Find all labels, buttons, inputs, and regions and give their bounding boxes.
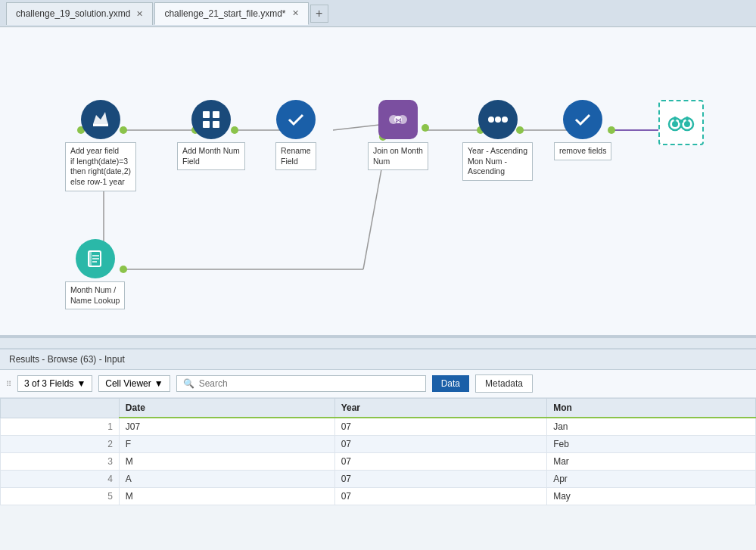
results-header-text: Results - Browse (63) - Input <box>9 354 125 365</box>
svg-rect-38 <box>686 117 689 121</box>
node-browse[interactable] <box>658 100 704 145</box>
horizontal-scrollbar[interactable] <box>0 337 756 348</box>
svg-point-40 <box>672 121 678 127</box>
cell-mon: May <box>547 488 756 505</box>
node-rename-label: RenameField <box>275 142 316 170</box>
node-sort-label: Year - AscendingMon Num -Ascending <box>462 142 533 181</box>
tab-challenge19-close[interactable]: ✕ <box>136 9 143 19</box>
svg-rect-25 <box>213 111 219 118</box>
svg-rect-27 <box>213 121 219 128</box>
node-formula2-icon <box>191 100 231 139</box>
cell-year: 07 <box>334 436 546 453</box>
data-table: Date Year Mon 1 J07 07 Jan 2 F 07 Feb 3 … <box>0 398 756 505</box>
col-header-record <box>1 399 120 418</box>
metadata-button-label: Metadata <box>485 378 523 389</box>
cell-date: M <box>119 453 334 471</box>
svg-marker-22 <box>93 112 108 124</box>
workflow-canvas: Add year fieldif length(date)=3then righ… <box>0 27 756 337</box>
col-header-date[interactable]: Date <box>119 399 334 418</box>
cell-date: J07 <box>119 418 334 436</box>
node-sort[interactable]: Year - AscendingMon Num -Ascending <box>462 100 533 181</box>
tab-bar: challenge_19_solution.yxmd ✕ challenge_2… <box>0 0 756 27</box>
fields-label: 3 of 3 Fields <box>24 378 73 389</box>
cell-date: A <box>119 471 334 488</box>
data-button-label: Data <box>441 378 460 389</box>
data-button[interactable]: Data <box>432 375 469 392</box>
results-header: Results - Browse (63) - Input <box>0 350 756 370</box>
tab-challenge19[interactable]: challenge_19_solution.yxmd ✕ <box>6 2 153 25</box>
svg-rect-37 <box>674 117 677 121</box>
tab-challenge21-close[interactable]: ✕ <box>292 8 299 18</box>
search-input[interactable] <box>199 378 419 389</box>
cell-record: 4 <box>1 471 120 488</box>
node-formula1-label: Add year fieldif length(date)=3then righ… <box>65 142 136 191</box>
table-row: 1 J07 07 Jan <box>1 418 756 436</box>
node-lookup-label: Month Num /Name Lookup <box>65 281 125 309</box>
col-header-year[interactable]: Year <box>334 399 546 418</box>
search-icon: 🔍 <box>183 378 194 389</box>
svg-point-33 <box>495 117 501 123</box>
node-formula1[interactable]: Add year fieldif length(date)=3then righ… <box>65 100 136 191</box>
table-row: 4 A 07 Apr <box>1 471 756 488</box>
cell-record: 1 <box>1 418 120 436</box>
table-row: 2 F 07 Feb <box>1 436 756 453</box>
viewer-dropdown-arrow-icon: ▼ <box>154 378 163 389</box>
node-remove-fields[interactable]: remove fields <box>554 100 611 160</box>
svg-point-41 <box>684 121 690 127</box>
table-header-row: Date Year Mon <box>1 399 756 418</box>
results-toolbar: ⠿ 3 of 3 Fields ▼ Cell Viewer ▼ 🔍 Data M… <box>0 370 756 398</box>
svg-rect-23 <box>93 124 108 126</box>
tab-challenge19-label: challenge_19_solution.yxmd <box>16 8 130 19</box>
col-header-mon[interactable]: Mon <box>547 399 756 418</box>
cell-mon: Feb <box>547 436 756 453</box>
node-join[interactable]: ⋈ Join on MonthNum <box>368 100 428 170</box>
table-body: 1 J07 07 Jan 2 F 07 Feb 3 M 07 Mar 4 A 0… <box>1 418 756 505</box>
tab-challenge21[interactable]: challenge_21_start_file.yxmd* ✕ <box>154 2 308 25</box>
cell-date: F <box>119 436 334 453</box>
cell-date: M <box>119 488 334 505</box>
node-formula2[interactable]: Add Month NumField <box>177 100 245 170</box>
node-rename-icon <box>276 100 316 139</box>
node-join-icon: ⋈ <box>378 100 418 139</box>
cell-year: 07 <box>334 418 546 436</box>
cell-record: 5 <box>1 488 120 505</box>
cell-year: 07 <box>334 453 546 471</box>
data-table-wrapper: Date Year Mon 1 J07 07 Jan 2 F 07 Feb 3 … <box>0 398 756 505</box>
cell-mon: Jan <box>547 418 756 436</box>
cell-mon: Apr <box>547 471 756 488</box>
svg-rect-43 <box>89 251 92 266</box>
node-lookup-icon <box>76 239 115 278</box>
table-row: 3 M 07 Mar <box>1 453 756 471</box>
node-lookup[interactable]: Month Num /Name Lookup <box>65 239 125 309</box>
node-formula1-icon <box>81 100 120 139</box>
node-browse-icon <box>658 100 704 145</box>
svg-rect-39 <box>679 120 683 123</box>
results-panel: Results - Browse (63) - Input ⠿ 3 of 3 F… <box>0 348 756 505</box>
search-container: 🔍 <box>176 375 426 392</box>
cell-viewer-dropdown[interactable]: Cell Viewer ▼ <box>98 375 170 392</box>
node-remove-fields-icon <box>563 100 602 139</box>
node-join-label: Join on MonthNum <box>368 142 428 170</box>
table-row: 5 M 07 May <box>1 488 756 505</box>
metadata-button[interactable]: Metadata <box>475 374 533 393</box>
fields-dropdown[interactable]: 3 of 3 Fields ▼ <box>17 375 92 392</box>
node-rename[interactable]: RenameField <box>275 100 316 170</box>
cell-mon: Mar <box>547 453 756 471</box>
node-remove-fields-label: remove fields <box>554 142 611 160</box>
svg-rect-24 <box>203 111 210 118</box>
cell-record: 3 <box>1 453 120 471</box>
tab-challenge21-label: challenge_21_start_file.yxmd* <box>164 8 285 19</box>
dropdown-arrow-icon: ▼ <box>76 378 86 389</box>
svg-point-32 <box>488 117 494 123</box>
svg-text:⋈: ⋈ <box>394 117 401 124</box>
svg-point-34 <box>502 117 508 123</box>
node-formula2-label: Add Month NumField <box>177 142 245 170</box>
cell-year: 07 <box>334 488 546 505</box>
svg-rect-26 <box>203 121 210 128</box>
viewer-label: Cell Viewer <box>105 378 151 389</box>
cell-record: 2 <box>1 436 120 453</box>
drag-handle-icon: ⠿ <box>6 380 11 388</box>
tab-add-button[interactable]: + <box>310 5 328 23</box>
cell-year: 07 <box>334 471 546 488</box>
node-sort-icon <box>478 100 518 139</box>
